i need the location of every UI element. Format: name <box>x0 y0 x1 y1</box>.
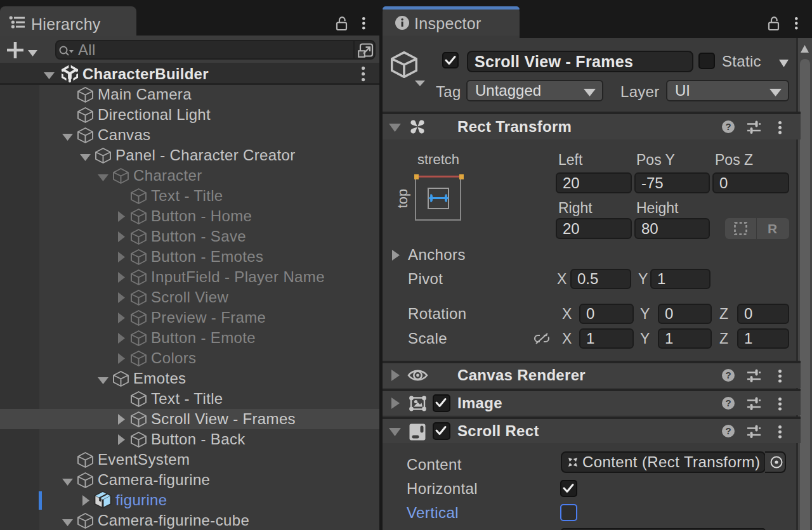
svg-text:?: ? <box>725 370 731 380</box>
svg-text:?: ? <box>725 398 731 408</box>
svg-text:?: ? <box>725 425 731 436</box>
svg-text:?: ? <box>725 121 731 132</box>
